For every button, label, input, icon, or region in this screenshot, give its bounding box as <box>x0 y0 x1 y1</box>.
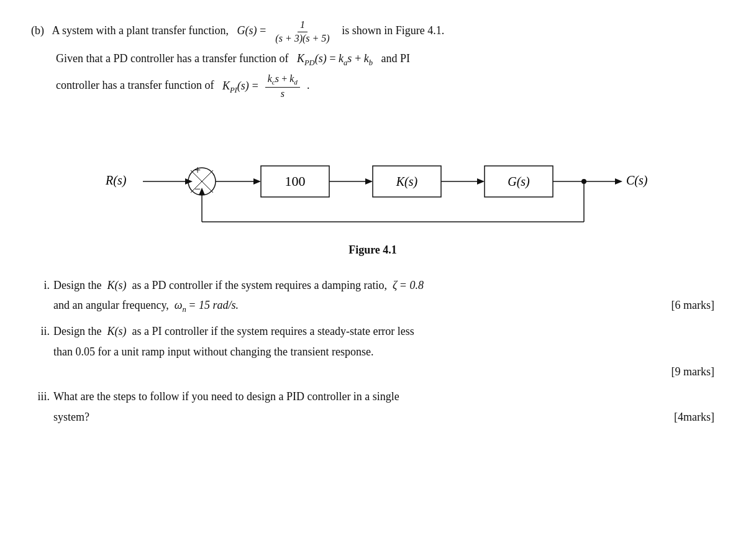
q-ii-marks: [9 marks] <box>672 362 714 382</box>
Gs-denominator: (s + 3)(s + 5) <box>273 32 332 45</box>
q-ii-text: Design the <box>53 325 101 337</box>
part-b-line2: Given that a PD controller has a transfe… <box>56 48 714 71</box>
Gs-fraction: 1 (s + 3)(s + 5) <box>273 19 332 45</box>
kpi-sub: PI <box>230 85 237 94</box>
kb-sub: b <box>369 58 373 66</box>
Gs-expr: G(s) = 1 (s + 3)(s + 5) <box>237 24 336 37</box>
Kpi-numerator: kcs + kd <box>265 73 300 88</box>
Cs-label: C(s) <box>626 173 648 188</box>
kpd-sub: PD <box>304 58 315 66</box>
q-i-omega: ωn = 15 rad/s. <box>175 299 239 311</box>
q-ii-label: ii. <box>31 321 50 382</box>
q-i-text2: as a PD controller if the system require… <box>132 279 387 291</box>
q-i-zeta: ζ = 0.8 <box>393 279 424 291</box>
q-iii-text: What are the steps to follow if you need… <box>53 390 399 403</box>
q-iii-label: iii. <box>31 386 50 427</box>
blockKs-label: K(s) <box>396 175 418 189</box>
block100-label: 100 <box>285 173 306 189</box>
q-i-Ks: K(s) <box>107 279 126 291</box>
q-iii-marks: [4marks] <box>674 407 714 427</box>
figure-caption: Figure 4.1 <box>348 244 397 257</box>
q-ii-line2: than 0.05 for a unit ramp input without … <box>53 345 373 358</box>
part-label: (b) <box>31 24 44 37</box>
Kpi-expr: KPI(s) = kcs + kd s <box>222 80 304 92</box>
svg-marker-11 <box>615 178 622 185</box>
q-iii-line2: system? <box>53 411 89 423</box>
part-b-line1: (b) A system with a plant transfer funct… <box>31 19 714 45</box>
page-content: (b) A system with a plant transfer funct… <box>31 19 714 427</box>
and-pi-text: and PI <box>381 52 411 65</box>
q-iii-body: What are the steps to follow if you need… <box>53 386 714 427</box>
Gs-numerator: 1 <box>298 19 307 32</box>
question-iii: iii. What are the steps to follow if you… <box>31 386 714 427</box>
question-i: i. Design the K(s) as a PD controller if… <box>31 275 714 317</box>
intro-text: A system with a plant transfer function, <box>52 24 229 37</box>
diagram-container: R(s) + − 100 K(s) <box>31 119 714 269</box>
svg-marker-5 <box>253 178 261 185</box>
intro-text2: is shown in Figure 4.1. <box>342 24 444 37</box>
questions-section: i. Design the K(s) as a PD controller if… <box>31 275 714 428</box>
svg-marker-7 <box>365 178 373 185</box>
Kpd-expr: KPD(s) = kas + kb <box>297 52 376 65</box>
period: . <box>304 80 309 92</box>
block-diagram: R(s) + − 100 K(s) <box>93 119 652 244</box>
Kpi-fraction: kcs + kd s <box>265 73 300 101</box>
controller-text: controller has a transfer function of <box>56 80 214 92</box>
svg-marker-9 <box>477 178 485 185</box>
q-ii-body: Design the K(s) as a PI controller if th… <box>53 321 714 382</box>
q-i-text: Design the <box>53 279 101 291</box>
part-b-line3: controller has a transfer function of KP… <box>56 73 714 101</box>
Kpi-denominator: s <box>278 88 287 101</box>
q-i-label: i. <box>31 275 50 317</box>
q-i-line2-text: and an angular frequency, <box>53 299 169 311</box>
given-that-text: Given that a PD controller has a transfe… <box>56 52 288 65</box>
question-ii: ii. Design the K(s) as a PI controller i… <box>31 321 714 382</box>
q-ii-text2: as a PI controller if the system require… <box>132 325 414 337</box>
q-ii-Ks: K(s) <box>107 325 126 337</box>
blockGs-label: G(s) <box>508 175 530 189</box>
q-i-body: Design the K(s) as a PD controller if th… <box>53 275 714 317</box>
q-i-marks: [6 marks] <box>672 295 714 315</box>
Rs-label: R(s) <box>105 173 127 188</box>
